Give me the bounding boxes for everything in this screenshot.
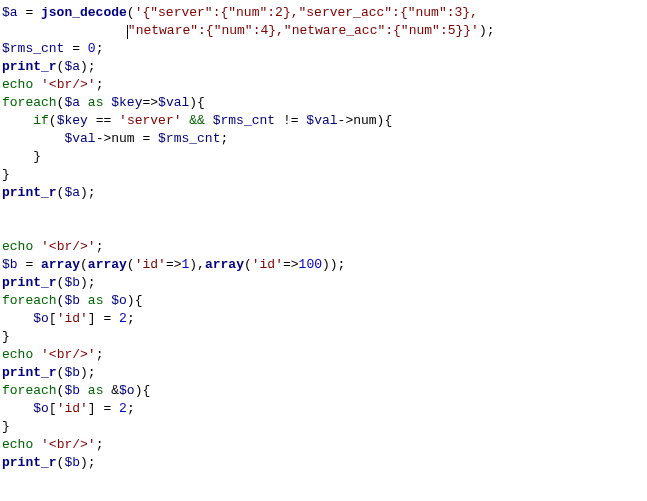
number-literal: 2 [119, 311, 127, 326]
function-call: print_r [2, 59, 57, 74]
string-literal: 'id' [135, 257, 166, 272]
string-literal: 'server' [119, 113, 181, 128]
string-literal: '<br/>' [41, 77, 96, 92]
code-line: print_r($b); [2, 275, 96, 290]
keyword: as [80, 383, 111, 398]
variable: $rms_cnt [158, 131, 220, 146]
code-line: $a = json_decode('{"server":{"num":2},"s… [2, 5, 478, 20]
code-line: print_r($b); [2, 365, 96, 380]
keyword: foreach [2, 383, 57, 398]
code-line: echo '<br/>'; [2, 347, 103, 362]
variable: $b [64, 293, 80, 308]
string-literal: 'id' [252, 257, 283, 272]
code-line: } [2, 329, 10, 344]
variable: $key [111, 95, 142, 110]
string-literal: '<br/>' [41, 437, 96, 452]
string-literal: 'id' [57, 401, 88, 416]
php-code-block: $a = json_decode('{"server":{"num":2},"s… [0, 0, 647, 476]
code-line: print_r($b); [2, 455, 96, 470]
variable: $o [111, 293, 127, 308]
code-line: $val->num = $rms_cnt; [2, 131, 228, 146]
code-line: foreach($b as &$o){ [2, 383, 150, 398]
code-line: echo '<br/>'; [2, 437, 103, 452]
variable: $val [158, 95, 189, 110]
code-line: } [2, 149, 41, 164]
code-line: $o['id'] = 2; [2, 311, 135, 326]
code-line: foreach($a as $key=>$val){ [2, 95, 205, 110]
keyword: as [80, 293, 111, 308]
operator-and: && [182, 113, 213, 128]
variable: $val [306, 113, 337, 128]
function-call: json_decode [41, 5, 127, 20]
variable: $b [64, 383, 80, 398]
keyword: foreach [2, 95, 57, 110]
code-line: print_r($a); [2, 59, 96, 74]
code-line: "netware":{"num":4},"netware_acc":{"num"… [2, 23, 495, 38]
reference-operator: & [111, 383, 119, 398]
function-call: print_r [2, 185, 57, 200]
keyword: echo [2, 347, 33, 362]
code-line: $rms_cnt = 0; [2, 41, 103, 56]
keyword: echo [2, 437, 33, 452]
function-call: array [88, 257, 127, 272]
function-call: array [41, 257, 80, 272]
number-literal: 2 [119, 401, 127, 416]
number-literal: 0 [88, 41, 96, 56]
keyword: foreach [2, 293, 57, 308]
variable: $a [64, 95, 80, 110]
variable: $a [64, 185, 80, 200]
variable: $o [33, 401, 49, 416]
code-line: print_r($a); [2, 185, 96, 200]
variable: $key [57, 113, 88, 128]
code-line: if($key == 'server' && $rms_cnt != $val-… [2, 113, 392, 128]
variable: $o [33, 311, 49, 326]
code-line: } [2, 419, 10, 434]
code-line: echo '<br/>'; [2, 239, 103, 254]
code-line: foreach($b as $o){ [2, 293, 142, 308]
function-call: print_r [2, 365, 57, 380]
code-line: $o['id'] = 2; [2, 401, 135, 416]
variable: $b [2, 257, 18, 272]
variable: $b [64, 365, 80, 380]
keyword: echo [2, 239, 33, 254]
string-literal: '{"server":{"num":2},"server_acc":{"num"… [135, 5, 478, 20]
variable: $rms_cnt [2, 41, 64, 56]
variable: $o [119, 383, 135, 398]
keyword: as [80, 95, 111, 110]
number-literal: 100 [299, 257, 322, 272]
string-literal: "netware":{"num":4},"netware_acc":{"num"… [128, 23, 479, 38]
function-call: print_r [2, 455, 57, 470]
variable: $b [64, 455, 80, 470]
variable: $a [2, 5, 18, 20]
variable: $b [64, 275, 80, 290]
keyword: if [33, 113, 49, 128]
function-call: array [205, 257, 244, 272]
string-literal: '<br/>' [41, 347, 96, 362]
code-line: } [2, 167, 10, 182]
blank-line [2, 221, 10, 236]
blank-line [2, 203, 10, 218]
string-literal: 'id' [57, 311, 88, 326]
function-call: print_r [2, 275, 57, 290]
variable: $rms_cnt [213, 113, 275, 128]
variable: $a [64, 59, 80, 74]
variable: $val [64, 131, 95, 146]
code-line: $b = array(array('id'=>1),array('id'=>10… [2, 257, 345, 272]
keyword: echo [2, 77, 33, 92]
string-literal: '<br/>' [41, 239, 96, 254]
code-line: echo '<br/>'; [2, 77, 103, 92]
